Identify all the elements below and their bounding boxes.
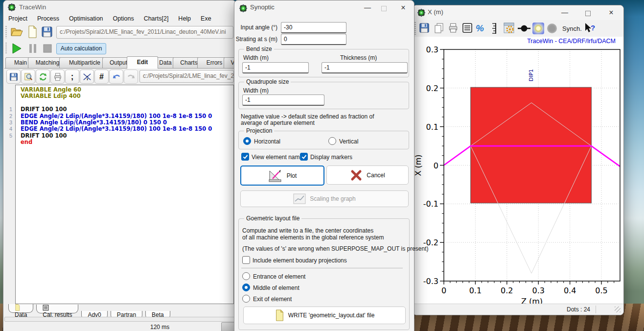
printer-icon — [53, 72, 62, 81]
scaling-graph-button[interactable]: Scaling the graph — [240, 190, 409, 207]
projection-vertical-label[interactable]: Vertical — [339, 138, 358, 145]
bend-size-title: Bend size — [244, 46, 274, 52]
bend-width-field[interactable] — [242, 62, 309, 73]
note-line2: average of aperture element — [241, 119, 315, 126]
maximize-button[interactable] — [381, 6, 387, 11]
code-line: VARIABLE Angle 60 — [21, 87, 233, 93]
menu-item-optimisation[interactable]: Optimisation — [64, 14, 108, 24]
exit-radio-label[interactable]: Exit of element — [253, 296, 292, 303]
x-tick-label: 0 — [441, 286, 446, 295]
start-s-field[interactable] — [281, 34, 346, 45]
x-tick-label: 0.4 — [564, 286, 576, 295]
statusbar-separator — [596, 306, 596, 313]
menu-item-help[interactable]: Help — [173, 14, 196, 24]
edit-path-field[interactable]: c:/Projets/Spiral2/LME_linac_fev_20 — [139, 70, 234, 83]
quad-width-field[interactable] — [242, 95, 324, 106]
menu-item-options[interactable]: Options — [108, 14, 139, 24]
x-tick-label: 0.3 — [532, 286, 544, 295]
plot-ruler-pencil-icon — [268, 169, 283, 183]
editor-redo-button[interactable] — [124, 70, 138, 84]
y-tick-label: 0.2 — [426, 84, 438, 93]
run-button[interactable] — [11, 43, 22, 54]
editor-undo-button[interactable] — [109, 70, 123, 84]
project-path-field[interactable]: c:/Projets/Spiral2/LME_linac_fev_2011/Li… — [56, 26, 233, 39]
stop-button[interactable] — [43, 43, 52, 54]
line-number — [4, 100, 12, 106]
main-statusbar: 120 ms — [3, 322, 236, 331]
editor-print-button[interactable] — [50, 70, 65, 84]
bottom-tab-cal-results[interactable]: Cal. results — [36, 305, 78, 313]
code-line: end — [21, 139, 233, 145]
code-editor[interactable]: VARIABLE Angle 60VARIABLE Ldip 400 DRIFT… — [15, 85, 234, 304]
code-line: EDGE Angle/2 Ldip/(Angle*3.14159/180) 10… — [21, 113, 233, 119]
new-file-button[interactable] — [27, 25, 37, 38]
y-tick-label: 0.3 — [426, 45, 438, 54]
editor-reload-button[interactable] — [36, 70, 50, 84]
main-titlebar[interactable]: TraceWin — [3, 0, 236, 14]
minimize-button[interactable]: — — [363, 3, 372, 12]
projection-horizontal-label[interactable]: Horizontal — [254, 138, 280, 145]
code-line: EDGE Angle/2 Ldip/(Angle*3.14159/180) 10… — [21, 126, 233, 132]
auto-calculation-button[interactable]: Auto calculation — [56, 43, 106, 54]
include-boundary-label[interactable]: Include element boudary projections — [253, 257, 347, 264]
exit-radio[interactable] — [242, 295, 250, 303]
layout-file-title: Goemetric layout file — [244, 215, 301, 222]
middle-radio-label[interactable]: Middle of element — [253, 284, 299, 291]
write-layout-button[interactable]: WRITE 'geometric_layout.dat' file — [243, 307, 406, 324]
floppy-icon — [9, 72, 18, 81]
line-number: 5 — [4, 133, 12, 139]
save-button[interactable] — [41, 26, 53, 38]
display-markers-label[interactable]: Display markers — [310, 154, 352, 161]
search-icon — [24, 72, 33, 81]
plot-button[interactable]: Plot — [240, 166, 324, 186]
layout-desc1: Compute and write to a file, the center … — [242, 227, 373, 234]
write-layout-label: WRITE 'geometric_layout.dat' file — [288, 312, 375, 319]
quad-size-title: Quadrupole size — [244, 78, 291, 85]
progress-strip — [4, 317, 235, 322]
close-button[interactable]: × — [398, 3, 408, 12]
status-corner-button[interactable] — [221, 322, 235, 331]
chart-canvas[interactable]: DIP100.10.20.30.40.5-0.3-0.2-0.100.10.20… — [413, 5, 623, 305]
code-line: BEND Angle Ldip/(Angle*3.14159/180) 0 15… — [21, 119, 233, 126]
synoptic-title: Synoptic — [250, 3, 275, 11]
projection-vertical-radio[interactable] — [328, 137, 336, 145]
line-number — [4, 93, 12, 99]
editor-uncomment-button[interactable]: ; — [80, 70, 94, 84]
bottom-tab-data[interactable]: Data — [8, 304, 33, 313]
display-markers-checkbox[interactable] — [300, 153, 308, 161]
bend-thickness-field[interactable] — [322, 62, 408, 73]
entrance-radio[interactable] — [242, 272, 250, 280]
synoptic-titlebar[interactable]: Synoptic — × — [234, 0, 414, 16]
projection-horizontal-radio[interactable] — [243, 137, 251, 145]
pause-button[interactable] — [28, 43, 38, 54]
include-boundary-checkbox[interactable] — [242, 256, 250, 264]
input-angle-field[interactable] — [281, 22, 346, 33]
editor-hash-button[interactable]: # — [94, 70, 109, 84]
tab-edit[interactable]: Edit — [127, 56, 158, 69]
menu-item-charts-2-[interactable]: Charts[2] — [139, 14, 174, 24]
editor-search-button[interactable] — [21, 70, 35, 84]
editor-save-button[interactable] — [6, 70, 21, 84]
editor-comment-button[interactable]: ; — [65, 70, 79, 84]
entrance-radio-label[interactable]: Entrance of element — [253, 273, 305, 280]
editor-gutter: 12345 — [4, 87, 13, 302]
middle-radio[interactable] — [242, 284, 250, 291]
y-tick-label: -0.1 — [423, 199, 438, 209]
edit-toolbar: ; ; # c:/Projets/Spi — [3, 69, 236, 84]
view-element-name-label[interactable]: View element name — [252, 154, 303, 161]
toolbar-grip[interactable] — [5, 26, 7, 38]
toolbar-grip2[interactable] — [5, 43, 7, 54]
view-element-name-checkbox[interactable] — [241, 153, 249, 161]
open-file-button[interactable] — [10, 26, 23, 38]
desktop: TraceWin ProjectProcessOptimisationOptio… — [0, 0, 644, 331]
main-window-title: TraceWin — [19, 3, 46, 11]
menu-item-exe[interactable]: Exe — [196, 14, 216, 24]
cal-results-list-icon — [43, 305, 49, 311]
resize-grip[interactable] — [615, 307, 621, 312]
dots-count: Dots : 24 — [567, 306, 590, 313]
cancel-button[interactable]: Cancel — [326, 166, 409, 185]
menu-item-project[interactable]: Project — [3, 14, 32, 24]
menu-item-process[interactable]: Process — [32, 14, 64, 24]
y-tick-label: 0 — [434, 161, 438, 170]
bend-width-label: Width (m) — [243, 54, 269, 61]
